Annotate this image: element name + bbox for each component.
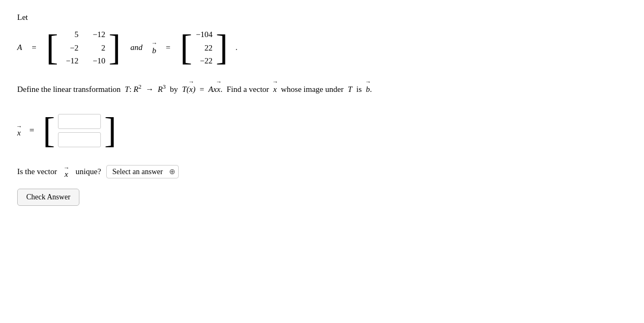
b-cell-2: −22: [195, 55, 213, 67]
unique-question-text: Is the vector: [17, 167, 57, 176]
T-of-x: T(→x): [182, 85, 195, 94]
select-answer-dropdown[interactable]: Select an answer Yes No: [106, 165, 179, 178]
b-vec-label: → b: [152, 40, 156, 55]
R3-exp: 3: [163, 83, 166, 90]
matrix-b-row-3: −22: [195, 55, 213, 67]
input-cells: [55, 112, 104, 149]
define-section: Define the linear transformation T: R2 →…: [17, 77, 627, 97]
select-answer-wrapper[interactable]: Select an answer Yes No: [106, 165, 179, 178]
R2-label: R: [134, 85, 138, 94]
matrix-b-cells: −104 22 −22: [192, 27, 216, 68]
matrix-b-row-1: −104: [195, 28, 213, 41]
x-vector-label: →x: [17, 123, 21, 138]
a-cell-0-0: 5: [61, 28, 78, 41]
input-x2[interactable]: [58, 132, 101, 147]
x-unique-label: →x: [64, 164, 68, 179]
a-cell-2-1: −10: [88, 55, 105, 67]
x-vector-section: →x = [ ]: [17, 112, 627, 149]
equals-sign-2: =: [166, 43, 170, 52]
let-label: Let: [17, 13, 627, 22]
unique-section: Is the vector →x unique? Select an answe…: [17, 164, 627, 179]
b-cell-0: −104: [195, 28, 213, 41]
a-cell-0-1: −12: [88, 28, 105, 41]
a-cell-1-0: −2: [61, 42, 78, 54]
matrix-b-row-2: 22: [195, 42, 213, 54]
matrix-a-bracket: [ 5 −12 −2 2 −12 −10 ]: [46, 27, 121, 68]
find-text: Find a vector: [226, 85, 269, 94]
equals-sign-1: =: [32, 43, 36, 52]
by-label: by: [170, 85, 178, 94]
equals-define: =: [200, 85, 204, 94]
T-label-define: T: [125, 85, 129, 94]
T-under-label: T: [348, 85, 352, 94]
is-label: is: [356, 85, 362, 94]
and-label: and: [130, 43, 143, 52]
R3-label: R: [158, 85, 163, 94]
x-find-label: →x: [273, 77, 277, 97]
equals-x: =: [30, 126, 34, 135]
input-matrix: [ ]: [43, 112, 116, 149]
R2-exp: 2: [138, 83, 142, 90]
right-bracket-b: ]: [216, 27, 228, 68]
left-bracket-b: [: [180, 27, 192, 68]
matrix-b-bracket: [ −104 22 −22 ]: [180, 27, 228, 68]
matrix-a-label: A: [17, 43, 22, 52]
matrix-a-row-1: 5 −12: [61, 28, 105, 41]
matrix-a-row-3: −12 −10: [61, 55, 105, 67]
a-cell-1-1: 2: [88, 42, 105, 54]
b-cell-1: 22: [195, 42, 213, 54]
define-text-1: Define the linear transformation: [17, 85, 121, 94]
check-answer-button[interactable]: Check Answer: [17, 189, 79, 206]
right-bracket-input: ]: [104, 112, 116, 149]
arrow-label: →: [145, 85, 153, 94]
whose-image-text: whose image under: [281, 85, 344, 94]
right-bracket-a: ]: [108, 27, 121, 68]
left-bracket-input: [: [43, 112, 55, 149]
b-final-label: →b: [366, 77, 370, 97]
period: .: [236, 43, 238, 52]
unique-word: unique?: [76, 167, 101, 176]
matrix-a-row-2: −2 2: [61, 42, 105, 54]
matrix-definition-row: A = [ 5 −12 −2 2 −12 −10 ] and → b = [: [17, 27, 627, 68]
left-bracket-a: [: [46, 27, 58, 68]
input-x1[interactable]: [58, 114, 101, 129]
matrix-a-cells: 5 −12 −2 2 −12 −10: [58, 27, 108, 68]
a-cell-2-0: −12: [61, 55, 78, 67]
